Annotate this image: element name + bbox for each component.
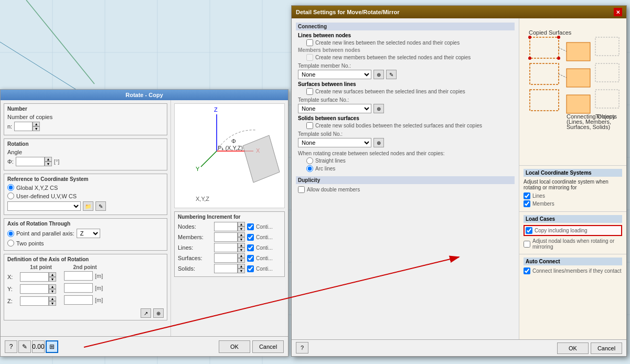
cs-edit-btn[interactable]: ✎	[95, 201, 106, 211]
global-cs-radio[interactable]	[7, 184, 14, 191]
z1-up[interactable]: ▲	[49, 296, 56, 301]
surfaces-cont-check[interactable]	[247, 255, 254, 262]
x1-down[interactable]: ▼	[49, 277, 56, 282]
copies-down[interactable]: ▼	[33, 126, 40, 131]
nodes-cont-check[interactable]	[247, 223, 254, 230]
svg-rect-35	[595, 90, 619, 108]
copy-including-check[interactable]	[526, 227, 532, 234]
solids-up[interactable]: ▲	[238, 264, 245, 269]
copies-input[interactable]: 7	[14, 122, 33, 131]
adjust-nodal-check[interactable]	[524, 241, 530, 248]
nodes-input[interactable]: 1	[214, 222, 238, 231]
lines-cs-check[interactable]	[524, 192, 530, 199]
svg-text:P₁ (X,Y,Z): P₁ (X,Y,Z)	[218, 145, 243, 151]
numbering-section: Numbering Increment for Nodes: 1▲▼ Conti…	[174, 211, 285, 277]
surfaces-down[interactable]: ▼	[238, 258, 245, 263]
lines-between-nodes-check[interactable]	[306, 39, 313, 46]
svg-text:Φ: Φ	[231, 138, 236, 144]
template-surface-btn[interactable]: ⊕	[373, 104, 384, 113]
members-up[interactable]: ▲	[238, 232, 245, 237]
allow-double-check[interactable]	[298, 186, 305, 193]
z1-down[interactable]: ▼	[49, 301, 56, 306]
y1-up[interactable]: ▲	[49, 284, 56, 289]
diagram-svg: Copied Surfaces Connecting Objects (Line…	[525, 27, 622, 142]
template-member-btn[interactable]: ⊕	[373, 70, 384, 79]
lines-up[interactable]: ▲	[238, 243, 245, 248]
connect-lines-check[interactable]	[524, 267, 530, 274]
members-cs-check[interactable]	[524, 200, 530, 207]
zero-icon-btn[interactable]: 0.00	[32, 340, 45, 353]
pick-point-btn[interactable]: ↗	[141, 308, 151, 318]
reference-section: Reference to Coordinate System Global X,…	[4, 174, 167, 215]
solids-cont-check[interactable]	[247, 265, 254, 272]
nodes-down[interactable]: ▼	[238, 227, 245, 231]
angle-input[interactable]: 45.00	[16, 157, 45, 166]
snap-btn[interactable]: ⊕	[153, 308, 164, 318]
surfaces-between-lines-check[interactable]	[306, 88, 313, 95]
z2-input[interactable]	[64, 295, 93, 305]
angle-down[interactable]: ▼	[45, 162, 52, 166]
lines-num-input[interactable]: 1	[214, 243, 238, 252]
template-surface-select[interactable]: None	[298, 104, 371, 113]
diagram-area: Copied Surfaces Connecting Objects (Line…	[519, 18, 626, 165]
n-label: n:	[7, 123, 12, 130]
straight-lines-radio[interactable]	[306, 157, 313, 164]
y1-down[interactable]: ▼	[49, 289, 56, 294]
copies-up[interactable]: ▲	[33, 122, 40, 126]
rotate-dialog-titlebar: Rotate - Copy	[1, 90, 288, 100]
nodes-up[interactable]: ▲	[238, 222, 245, 227]
number-section-title: Number	[7, 106, 164, 112]
help-icon-btn[interactable]: ?	[5, 340, 17, 353]
members-cont-check[interactable]	[247, 234, 254, 241]
cs-folder-btn[interactable]: 📁	[83, 201, 93, 211]
x1-up[interactable]: ▲	[49, 272, 56, 277]
y1-input[interactable]: 0.000	[20, 284, 49, 294]
template-member-select[interactable]: None	[298, 70, 371, 79]
axis-title: Axis of Rotation Through	[7, 221, 164, 227]
rotate-canvas-svg: Z X Y P₁ (X,Y,Z) Φ X,Y,Z	[175, 104, 284, 208]
x2-input[interactable]	[64, 271, 93, 281]
lines-cont-check[interactable]	[247, 244, 254, 251]
x1-input[interactable]: 0.000	[20, 272, 49, 282]
user-cs-radio[interactable]	[7, 192, 14, 199]
members-num-input[interactable]: 1	[214, 232, 238, 242]
y2-input[interactable]	[64, 283, 93, 293]
template-solid-btn[interactable]: ⊕	[373, 138, 384, 147]
arc-lines-radio[interactable]	[306, 165, 313, 172]
point-parallel-radio[interactable]	[7, 230, 14, 237]
template-member-edit-btn[interactable]: ✎	[386, 70, 397, 79]
detail-cancel-btn[interactable]: Cancel	[591, 342, 622, 354]
edit-icon-btn[interactable]: ✎	[18, 340, 31, 353]
detail-settings-dialog: Detail Settings for Move/Rotate/Mirror ✕…	[291, 5, 627, 357]
members-cont-label: Conti...	[256, 234, 273, 240]
allow-double-label: Allow double members	[307, 187, 360, 192]
solids-between-surfaces-check[interactable]	[306, 122, 313, 129]
duplicity-title: Duplicity	[296, 176, 515, 184]
template-solid-select[interactable]: None	[298, 138, 371, 147]
surfaces-up[interactable]: ▲	[238, 253, 245, 258]
lines-between-nodes-label: Create new lines between the selected no…	[315, 40, 460, 46]
members-between-nodes-check[interactable]	[306, 54, 313, 61]
lines-down[interactable]: ▼	[238, 248, 245, 252]
copies-spinner[interactable]: 7 ▲ ▼	[14, 122, 40, 131]
angle-up[interactable]: ▲	[45, 157, 52, 162]
solids-down[interactable]: ▼	[238, 269, 245, 273]
angle-spinner[interactable]: 45.00 ▲ ▼	[16, 157, 52, 166]
detail-help-btn[interactable]: ?	[296, 342, 308, 354]
user-cs-select[interactable]	[7, 201, 81, 211]
copies-label: Number of copies	[7, 114, 52, 120]
surfaces-num-label: Surfaces:	[178, 255, 212, 261]
detail-ok-btn[interactable]: OK	[557, 342, 589, 354]
solids-num-input[interactable]: 1	[214, 264, 238, 273]
detail-close-btn[interactable]: ✕	[614, 8, 622, 16]
table-icon-btn[interactable]: ⊞	[46, 340, 58, 353]
detail-title: Detail Settings for Move/Rotate/Mirror	[296, 9, 399, 15]
surfaces-num-input[interactable]: 1	[214, 253, 238, 263]
solids-cont-label: Conti...	[256, 266, 273, 272]
axis-select[interactable]: ZXY	[77, 229, 100, 238]
members-down[interactable]: ▼	[238, 237, 245, 242]
rotate-cancel-btn[interactable]: Cancel	[252, 340, 284, 353]
rotate-ok-btn[interactable]: OK	[219, 340, 250, 353]
two-points-radio[interactable]	[7, 240, 14, 247]
z1-input[interactable]: 0.000	[20, 296, 49, 306]
